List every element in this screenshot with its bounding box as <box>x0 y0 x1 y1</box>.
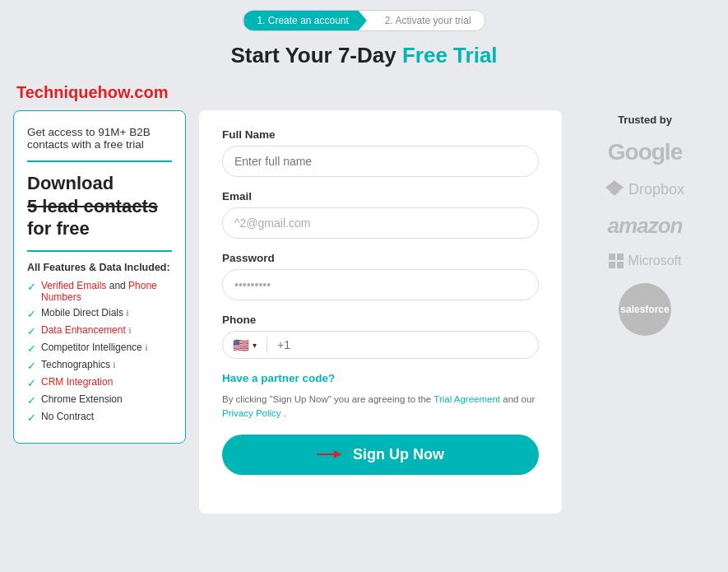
password-group: Password <box>222 252 539 300</box>
divider-2 <box>27 250 172 252</box>
phone-row: 🇺🇸 ▾ <box>222 331 539 359</box>
check-icon: ✓ <box>27 342 36 355</box>
check-icon: ✓ <box>27 377 36 389</box>
full-name-input[interactable] <box>222 146 539 177</box>
page-wrapper: 1. Create an account 2. Activate your tr… <box>0 0 728 572</box>
amazon-logo: amazon <box>608 213 683 239</box>
full-name-label: Full Name <box>222 128 539 141</box>
signup-button[interactable]: Sign Up Now <box>222 435 539 475</box>
password-input[interactable] <box>222 269 539 300</box>
phone-flag-selector[interactable]: 🇺🇸 ▾ <box>233 337 257 353</box>
partner-code-link[interactable]: Have a partner code? <box>222 372 539 384</box>
google-logo: Google <box>608 139 682 165</box>
feature-chrome: ✓ Chrome Extension <box>27 393 172 407</box>
check-icon: ✓ <box>27 281 36 293</box>
feature-data-enhancement: ✓ Data Enhancement ℹ <box>27 324 172 337</box>
content-area: Get access to 91M+ B2B contacts with a f… <box>13 110 715 514</box>
email-label: Email <box>222 190 539 202</box>
step-1: 1. Create an account <box>243 11 366 30</box>
feature-crm: ✓ CRM Integration <box>27 376 172 389</box>
progress-steps: 1. Create an account 2. Activate your tr… <box>243 10 485 31</box>
progress-bar: 1. Create an account 2. Activate your tr… <box>13 10 715 31</box>
check-icon: ✓ <box>27 308 36 320</box>
features-title: All Features & Data Included: <box>27 262 172 273</box>
tagline: Get access to 91M+ B2B contacts with a f… <box>27 126 172 151</box>
us-flag-icon: 🇺🇸 <box>233 337 249 353</box>
phone-group: Phone 🇺🇸 ▾ <box>222 314 539 359</box>
trial-agreement-link[interactable]: Trial Agreement <box>434 394 500 404</box>
feature-competitor: ✓ Competitor Intelligence ℹ <box>27 342 172 355</box>
password-label: Password <box>222 252 539 264</box>
full-name-group: Full Name <box>222 128 539 177</box>
right-panel: Trusted by Google Dropbox amazon <box>575 110 715 351</box>
feature-mobile-dials: ✓ Mobile Direct Dials ℹ <box>27 307 172 320</box>
trusted-title: Trusted by <box>618 114 672 126</box>
page-title: Start Your 7-Day Free Trial <box>13 43 715 68</box>
feature-no-contract: ✓ No Contract <box>27 411 172 424</box>
phone-divider <box>267 337 267 353</box>
phone-label: Phone <box>222 314 539 326</box>
salesforce-badge: salesforce <box>619 283 671 336</box>
microsoft-logo: Microsoft <box>609 253 682 268</box>
site-logo: Techniquehow.com <box>13 83 715 102</box>
microsoft-grid-icon <box>609 253 624 268</box>
salesforce-logo: salesforce <box>619 283 671 336</box>
phone-input[interactable] <box>277 338 528 351</box>
check-icon: ✓ <box>27 360 36 372</box>
check-icon: ✓ <box>27 325 36 337</box>
email-input[interactable] <box>222 207 539 239</box>
divider-1 <box>27 160 172 162</box>
feature-verified-emails: ✓ Verified Emails and Phone Numbers <box>27 280 172 303</box>
left-panel: Get access to 91M+ B2B contacts with a f… <box>13 110 186 444</box>
svg-marker-1 <box>334 450 342 458</box>
email-group: Email <box>222 190 539 239</box>
headline: Download 5 lead contacts for free <box>27 172 172 240</box>
feature-technographics: ✓ Technographics ℹ <box>27 359 172 372</box>
terms-text: By clicking "Sign Up Now" you are agreei… <box>222 393 539 421</box>
check-icon: ✓ <box>27 412 36 424</box>
signup-btn-wrapper: Sign Up Now <box>222 435 539 475</box>
form-panel: Full Name Email Password Phone 🇺🇸 ▾ <box>199 110 562 514</box>
dropbox-logo: Dropbox <box>605 180 684 198</box>
check-icon: ✓ <box>27 394 36 407</box>
arrow-icon <box>317 448 343 461</box>
dropdown-arrow-icon: ▾ <box>253 341 257 350</box>
step-2: 2. Activate your trial <box>367 11 485 30</box>
privacy-policy-link[interactable]: Privacy Policy <box>222 408 281 418</box>
